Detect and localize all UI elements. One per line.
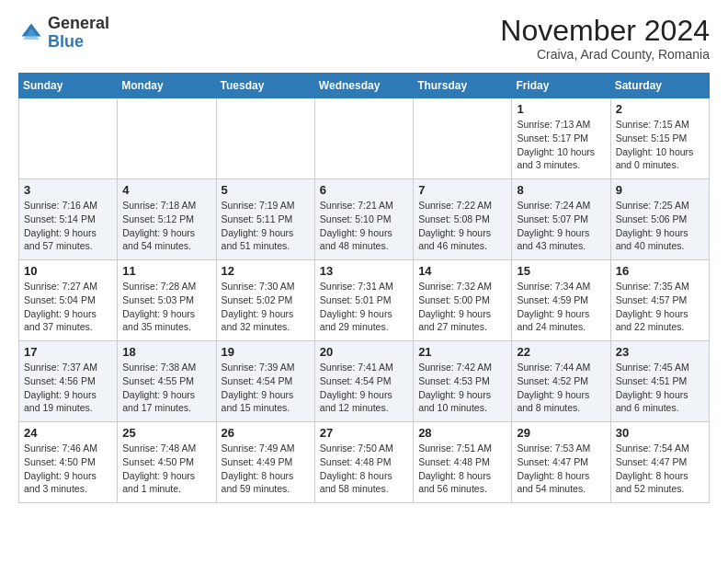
col-thursday: Thursday (414, 74, 512, 98)
calendar-cell: 24Sunrise: 7:46 AM Sunset: 4:50 PM Dayli… (19, 422, 118, 503)
day-info: Sunrise: 7:39 AM Sunset: 4:54 PM Dayligh… (222, 361, 310, 415)
day-info: Sunrise: 7:32 AM Sunset: 5:00 PM Dayligh… (418, 280, 506, 334)
day-info: Sunrise: 7:50 AM Sunset: 4:48 PM Dayligh… (320, 442, 408, 496)
day-number: 19 (222, 345, 310, 359)
calendar-cell: 29Sunrise: 7:53 AM Sunset: 4:47 PM Dayli… (512, 422, 610, 503)
calendar-cell: 17Sunrise: 7:37 AM Sunset: 4:56 PM Dayli… (19, 341, 118, 422)
calendar-cell: 15Sunrise: 7:34 AM Sunset: 4:59 PM Dayli… (512, 260, 610, 341)
day-number: 10 (24, 264, 112, 278)
day-number: 5 (222, 183, 310, 197)
calendar-cell: 4Sunrise: 7:18 AM Sunset: 5:12 PM Daylig… (118, 179, 216, 260)
title-location: Craiva, Arad County, Romania (500, 47, 710, 62)
calendar-week-row: 17Sunrise: 7:37 AM Sunset: 4:56 PM Dayli… (19, 341, 710, 422)
calendar-cell: 14Sunrise: 7:32 AM Sunset: 5:00 PM Dayli… (414, 260, 512, 341)
day-info: Sunrise: 7:45 AM Sunset: 4:51 PM Dayligh… (616, 361, 704, 415)
title-block: November 2024 Craiva, Arad County, Roman… (500, 15, 710, 62)
calendar-cell: 10Sunrise: 7:27 AM Sunset: 5:04 PM Dayli… (19, 260, 118, 341)
day-number: 13 (320, 264, 408, 278)
day-info: Sunrise: 7:41 AM Sunset: 4:54 PM Dayligh… (320, 361, 408, 415)
calendar-cell: 1Sunrise: 7:13 AM Sunset: 5:17 PM Daylig… (512, 98, 610, 179)
day-info: Sunrise: 7:15 AM Sunset: 5:15 PM Dayligh… (616, 118, 704, 172)
day-info: Sunrise: 7:46 AM Sunset: 4:50 PM Dayligh… (24, 442, 112, 496)
logo-general-text: General (48, 15, 109, 33)
day-number: 2 (616, 102, 704, 116)
calendar-cell: 26Sunrise: 7:49 AM Sunset: 4:49 PM Dayli… (216, 422, 314, 503)
calendar-table: Sunday Monday Tuesday Wednesday Thursday… (18, 73, 710, 503)
day-number: 15 (517, 264, 605, 278)
calendar-cell: 8Sunrise: 7:24 AM Sunset: 5:07 PM Daylig… (512, 179, 610, 260)
calendar-cell: 19Sunrise: 7:39 AM Sunset: 4:54 PM Dayli… (216, 341, 314, 422)
day-number: 26 (222, 426, 310, 440)
calendar-cell (414, 98, 512, 179)
day-info: Sunrise: 7:34 AM Sunset: 4:59 PM Dayligh… (517, 280, 605, 334)
day-number: 24 (24, 426, 112, 440)
calendar-cell (118, 98, 216, 179)
day-info: Sunrise: 7:25 AM Sunset: 5:06 PM Dayligh… (616, 199, 704, 253)
day-number: 3 (24, 183, 112, 197)
day-number: 4 (122, 183, 210, 197)
calendar-cell (19, 98, 118, 179)
day-info: Sunrise: 7:42 AM Sunset: 4:53 PM Dayligh… (418, 361, 506, 415)
day-info: Sunrise: 7:21 AM Sunset: 5:10 PM Dayligh… (320, 199, 408, 253)
calendar-cell: 12Sunrise: 7:30 AM Sunset: 5:02 PM Dayli… (216, 260, 314, 341)
calendar-cell: 3Sunrise: 7:16 AM Sunset: 5:14 PM Daylig… (19, 179, 118, 260)
day-number: 7 (418, 183, 506, 197)
day-info: Sunrise: 7:28 AM Sunset: 5:03 PM Dayligh… (122, 280, 210, 334)
day-number: 20 (320, 345, 408, 359)
day-number: 14 (418, 264, 506, 278)
calendar-cell: 20Sunrise: 7:41 AM Sunset: 4:54 PM Dayli… (314, 341, 413, 422)
day-number: 18 (122, 345, 210, 359)
day-info: Sunrise: 7:13 AM Sunset: 5:17 PM Dayligh… (517, 118, 605, 172)
day-info: Sunrise: 7:30 AM Sunset: 5:02 PM Dayligh… (222, 280, 310, 334)
calendar-cell: 30Sunrise: 7:54 AM Sunset: 4:47 PM Dayli… (610, 422, 709, 503)
calendar-cell: 7Sunrise: 7:22 AM Sunset: 5:08 PM Daylig… (414, 179, 512, 260)
logo-icon (18, 20, 44, 46)
calendar-cell: 27Sunrise: 7:50 AM Sunset: 4:48 PM Dayli… (314, 422, 413, 503)
day-info: Sunrise: 7:31 AM Sunset: 5:01 PM Dayligh… (320, 280, 408, 334)
day-number: 17 (24, 345, 112, 359)
day-info: Sunrise: 7:38 AM Sunset: 4:55 PM Dayligh… (122, 361, 210, 415)
calendar-cell: 23Sunrise: 7:45 AM Sunset: 4:51 PM Dayli… (610, 341, 709, 422)
calendar-week-row: 3Sunrise: 7:16 AM Sunset: 5:14 PM Daylig… (19, 179, 710, 260)
col-saturday: Saturday (610, 74, 709, 98)
day-info: Sunrise: 7:19 AM Sunset: 5:11 PM Dayligh… (222, 199, 310, 253)
calendar-cell: 2Sunrise: 7:15 AM Sunset: 5:15 PM Daylig… (610, 98, 709, 179)
calendar-cell: 21Sunrise: 7:42 AM Sunset: 4:53 PM Dayli… (414, 341, 512, 422)
day-number: 25 (122, 426, 210, 440)
day-number: 22 (517, 345, 605, 359)
calendar-cell: 16Sunrise: 7:35 AM Sunset: 4:57 PM Dayli… (610, 260, 709, 341)
day-number: 29 (517, 426, 605, 440)
page: General Blue November 2024 Craiva, Arad … (0, 0, 728, 518)
calendar-header-row: Sunday Monday Tuesday Wednesday Thursday… (19, 74, 710, 98)
day-number: 30 (616, 426, 704, 440)
calendar-week-row: 1Sunrise: 7:13 AM Sunset: 5:17 PM Daylig… (19, 98, 710, 179)
day-info: Sunrise: 7:18 AM Sunset: 5:12 PM Dayligh… (122, 199, 210, 253)
day-info: Sunrise: 7:24 AM Sunset: 5:07 PM Dayligh… (517, 199, 605, 253)
calendar-cell: 22Sunrise: 7:44 AM Sunset: 4:52 PM Dayli… (512, 341, 610, 422)
calendar-week-row: 10Sunrise: 7:27 AM Sunset: 5:04 PM Dayli… (19, 260, 710, 341)
day-info: Sunrise: 7:44 AM Sunset: 4:52 PM Dayligh… (517, 361, 605, 415)
calendar-cell: 11Sunrise: 7:28 AM Sunset: 5:03 PM Dayli… (118, 260, 216, 341)
logo-text: General Blue (48, 15, 109, 52)
calendar-cell (216, 98, 314, 179)
day-number: 6 (320, 183, 408, 197)
day-number: 1 (517, 102, 605, 116)
calendar-cell: 5Sunrise: 7:19 AM Sunset: 5:11 PM Daylig… (216, 179, 314, 260)
day-number: 28 (418, 426, 506, 440)
day-number: 23 (616, 345, 704, 359)
col-monday: Monday (118, 74, 216, 98)
calendar-cell (314, 98, 413, 179)
day-info: Sunrise: 7:49 AM Sunset: 4:49 PM Dayligh… (222, 442, 310, 496)
day-info: Sunrise: 7:48 AM Sunset: 4:50 PM Dayligh… (122, 442, 210, 496)
header: General Blue November 2024 Craiva, Arad … (18, 15, 710, 62)
day-number: 8 (517, 183, 605, 197)
logo-blue-text: Blue (48, 33, 109, 52)
day-number: 27 (320, 426, 408, 440)
calendar-cell: 18Sunrise: 7:38 AM Sunset: 4:55 PM Dayli… (118, 341, 216, 422)
day-info: Sunrise: 7:16 AM Sunset: 5:14 PM Dayligh… (24, 199, 112, 253)
day-number: 21 (418, 345, 506, 359)
day-info: Sunrise: 7:22 AM Sunset: 5:08 PM Dayligh… (418, 199, 506, 253)
day-info: Sunrise: 7:51 AM Sunset: 4:48 PM Dayligh… (418, 442, 506, 496)
day-info: Sunrise: 7:54 AM Sunset: 4:47 PM Dayligh… (616, 442, 704, 496)
calendar-cell: 13Sunrise: 7:31 AM Sunset: 5:01 PM Dayli… (314, 260, 413, 341)
